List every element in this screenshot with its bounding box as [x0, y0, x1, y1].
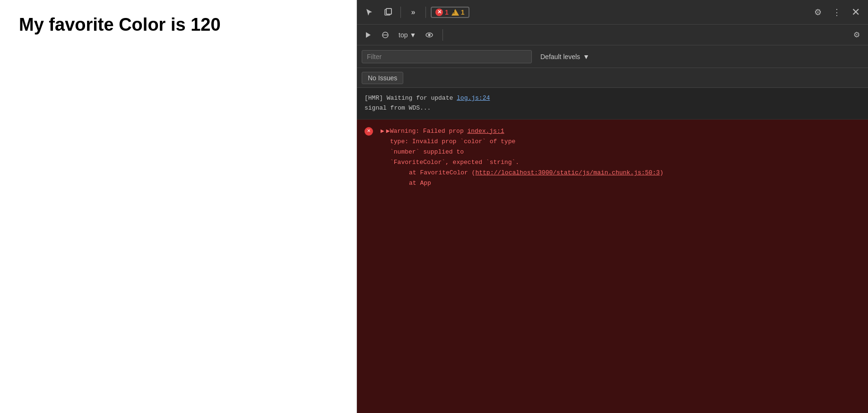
error-body-text-2: `number` supplied to	[381, 147, 860, 157]
warning-badge: 1	[451, 9, 465, 16]
more-options-btn[interactable]: ⋮	[829, 5, 844, 20]
hmr-text-1: [HMR] Waiting for update	[365, 95, 457, 102]
error-warning-badge[interactable]: ✕ 1 1	[431, 7, 469, 18]
svg-marker-3	[366, 32, 371, 38]
toolbar-separator-2	[425, 7, 426, 18]
error-warning-text: ▶Warning: Failed prop	[386, 128, 468, 135]
error-entry-icon: ✕	[365, 127, 373, 136]
log-levels-arrow: ▼	[583, 53, 590, 60]
toolbar-separator-1	[400, 7, 401, 18]
error-source-link-1[interactable]: index.js:1	[467, 128, 504, 135]
close-devtools-btn[interactable]: ✕	[848, 5, 863, 20]
settings-btn[interactable]: ⚙	[810, 5, 825, 20]
webpage-title: My favorite Color is 120	[19, 14, 338, 36]
hmr-log-link[interactable]: log.js:24	[457, 95, 490, 102]
error-expand-arrow[interactable]: ▶	[381, 128, 384, 135]
hmr-text-2: signal from WDS...	[365, 104, 431, 112]
devtools-toolbar: » ✕ 1 1 ⚙ ⋮ ✕	[357, 0, 868, 25]
context-dropdown-arrow: ▼	[409, 31, 416, 39]
filter-bar: Default levels ▼	[357, 45, 868, 68]
error-badge: ✕ 1	[435, 9, 449, 16]
error-source-link-2[interactable]: http://localhost:3000/static/js/main.chu…	[475, 169, 660, 176]
error-at-app: at App	[381, 178, 860, 189]
log-levels-btn[interactable]: Default levels ▼	[537, 51, 593, 62]
error-count: 1	[445, 9, 449, 16]
live-expression-btn[interactable]	[423, 28, 436, 42]
warning-count: 1	[461, 9, 465, 16]
no-issues-badge[interactable]: No Issues	[362, 72, 403, 84]
webpage-panel: My favorite Color is 120	[0, 0, 357, 413]
no-issues-bar: No Issues	[357, 68, 868, 88]
svg-rect-1	[386, 9, 391, 14]
context-selector-btn[interactable]: top ▼	[396, 30, 419, 40]
error-body-text: type: Invalid prop `color` of type	[381, 137, 860, 147]
more-tabs-btn[interactable]: »	[406, 5, 421, 20]
error-log-entry: ✕ ▶▶Warning: Failed prop index.js:1 type…	[357, 120, 868, 413]
clear-console-btn[interactable]	[379, 28, 392, 42]
context-label: top	[399, 31, 408, 39]
console-log-area[interactable]: [HMR] Waiting for update log.js:24 signa…	[357, 88, 868, 413]
log-levels-label: Default levels	[540, 53, 580, 60]
cursor-icon-btn[interactable]	[362, 5, 377, 20]
console-subtoolbar: top ▼ ⚙	[357, 25, 868, 45]
subtoolbar-separator	[443, 29, 443, 41]
filter-input[interactable]	[362, 50, 532, 63]
svg-point-7	[428, 34, 430, 36]
devtools-panel: » ✕ 1 1 ⚙ ⋮ ✕	[357, 0, 868, 413]
warning-triangle-icon	[451, 9, 459, 16]
console-settings-btn[interactable]: ⚙	[850, 28, 863, 42]
hmr-log-entry: [HMR] Waiting for update log.js:24 signa…	[357, 88, 868, 120]
error-body-text-3: `FavoriteColor`, expected `string`.	[381, 157, 860, 168]
error-at-favoritecolor: at FavoriteColor (http://localhost:3000/…	[381, 168, 860, 178]
error-circle-icon: ✕	[435, 9, 443, 16]
run-script-btn[interactable]	[362, 28, 375, 42]
device-toolbar-btn[interactable]	[381, 5, 396, 20]
